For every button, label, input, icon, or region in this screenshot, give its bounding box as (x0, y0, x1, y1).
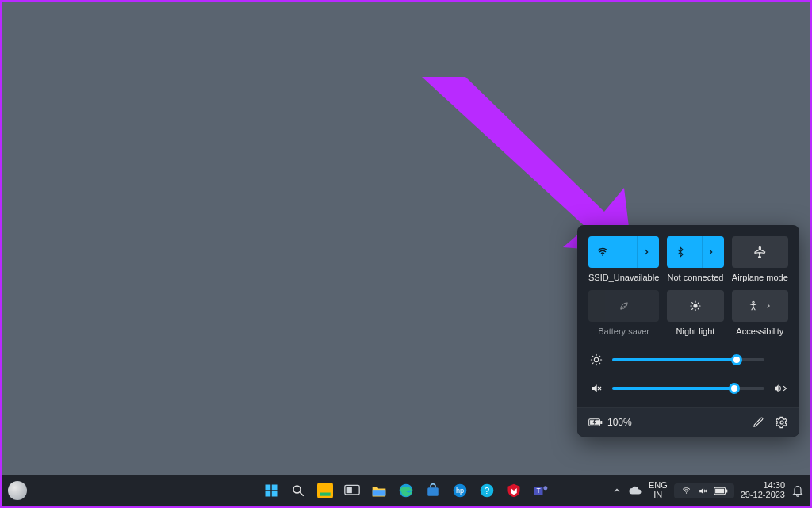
lang-bottom: IN (649, 491, 668, 500)
weather-icon (8, 481, 27, 500)
system-tray-cluster[interactable] (674, 483, 734, 498)
svg-point-31 (293, 486, 301, 493)
svg-rect-34 (320, 493, 330, 496)
volume-slider[interactable] (612, 387, 764, 390)
clock-date: 29-12-2023 (741, 491, 785, 500)
start-button[interactable] (261, 480, 282, 501)
bluetooth-expand[interactable] (702, 236, 719, 268)
svg-point-12 (594, 357, 598, 361)
edit-quick-settings-icon[interactable] (753, 416, 764, 429)
night-light-label: Night light (667, 327, 723, 336)
svg-point-46 (543, 486, 547, 490)
svg-line-9 (692, 308, 693, 309)
airplane-label: Airplane mode (732, 273, 788, 282)
quick-settings-panel: SSID_Unavailable Not connected (577, 225, 799, 437)
night-light-tile[interactable] (667, 290, 723, 322)
svg-text:hp: hp (456, 487, 464, 495)
svg-rect-25 (600, 421, 602, 424)
notifications-icon[interactable] (791, 484, 804, 497)
mcafee-button[interactable] (504, 480, 524, 501)
desktop[interactable]: SSID_Unavailable Not connected (2, 2, 810, 506)
svg-rect-52 (726, 489, 727, 492)
wifi-label: SSID_Unavailable (588, 273, 659, 282)
quick-settings-footer: 100% (577, 407, 799, 437)
svg-text:?: ? (485, 485, 490, 495)
brightness-slider-row (588, 353, 788, 366)
night-light-icon (689, 300, 702, 312)
audio-output-icon[interactable] (772, 383, 788, 394)
tray-overflow-icon[interactable] (612, 486, 622, 495)
search-button[interactable] (288, 480, 308, 501)
brightness-icon (588, 353, 604, 366)
svg-line-8 (698, 308, 699, 309)
svg-text:T: T (537, 487, 541, 495)
svg-rect-51 (715, 488, 724, 493)
battery-status[interactable]: 100% (588, 417, 632, 428)
battery-tray-icon (714, 487, 728, 495)
store-button[interactable] (423, 480, 443, 501)
svg-line-32 (300, 492, 304, 496)
teams-button[interactable]: T (530, 480, 551, 501)
settings-icon[interactable] (776, 416, 788, 429)
language-indicator[interactable]: ENG IN (649, 481, 668, 499)
edge-button[interactable] (396, 480, 416, 501)
svg-point-11 (753, 301, 754, 303)
svg-rect-27 (266, 485, 271, 491)
svg-line-19 (592, 363, 593, 364)
pinned-app-1[interactable] (315, 480, 335, 501)
taskbar-right: ENG IN 14:30 29-12-2023 (612, 481, 804, 499)
battery-text: 100% (607, 417, 632, 428)
brightness-slider[interactable] (612, 358, 764, 361)
get-help-button[interactable]: ? (477, 480, 497, 501)
svg-line-17 (592, 356, 593, 357)
clock[interactable]: 14:30 29-12-2023 (741, 481, 785, 499)
svg-line-7 (692, 303, 693, 304)
battery-saver-label: Battery saver (588, 327, 659, 336)
svg-rect-36 (347, 487, 351, 493)
accessibility-icon (748, 300, 759, 312)
svg-line-10 (698, 303, 699, 304)
quick-settings-grid: SSID_Unavailable Not connected (588, 236, 788, 336)
svg-point-47 (686, 492, 687, 493)
wifi-icon (596, 246, 609, 258)
onedrive-tray-icon[interactable] (628, 486, 642, 495)
svg-rect-29 (266, 491, 271, 497)
bluetooth-label: Not connected (667, 273, 723, 282)
svg-rect-33 (317, 483, 333, 498)
volume-tray-icon (697, 486, 709, 496)
svg-line-18 (599, 363, 600, 364)
svg-point-1 (602, 254, 603, 256)
svg-rect-39 (427, 487, 439, 496)
pinned-app-2[interactable]: hp (450, 480, 470, 501)
task-view-button[interactable] (342, 480, 362, 501)
accessibility-expand[interactable] (765, 303, 772, 309)
airplane-tile[interactable] (732, 236, 788, 268)
svg-point-26 (780, 421, 783, 424)
bluetooth-icon (675, 246, 686, 258)
file-explorer-button[interactable] (369, 480, 389, 501)
accessibility-tile[interactable] (732, 290, 788, 322)
taskbar-center: hp ? T (261, 480, 551, 501)
taskbar: hp ? T ENG IN 14:30 29-12-2023 (2, 475, 810, 506)
battery-saver-tile (588, 290, 659, 322)
bluetooth-tile[interactable] (667, 236, 723, 268)
accessibility-label: Accessibility (732, 327, 788, 336)
wifi-tile[interactable] (588, 236, 659, 268)
svg-rect-28 (272, 485, 278, 491)
airplane-icon (753, 246, 766, 258)
svg-point-2 (694, 304, 697, 307)
volume-mute-icon[interactable] (588, 382, 604, 395)
volume-slider-row (588, 382, 788, 395)
svg-line-20 (599, 356, 600, 357)
svg-rect-37 (373, 490, 386, 496)
taskbar-widgets[interactable] (8, 481, 27, 500)
leaf-icon (618, 300, 630, 311)
svg-rect-30 (272, 491, 278, 497)
wifi-tray-icon (680, 486, 692, 495)
battery-icon (588, 418, 603, 427)
wifi-expand[interactable] (637, 236, 654, 268)
